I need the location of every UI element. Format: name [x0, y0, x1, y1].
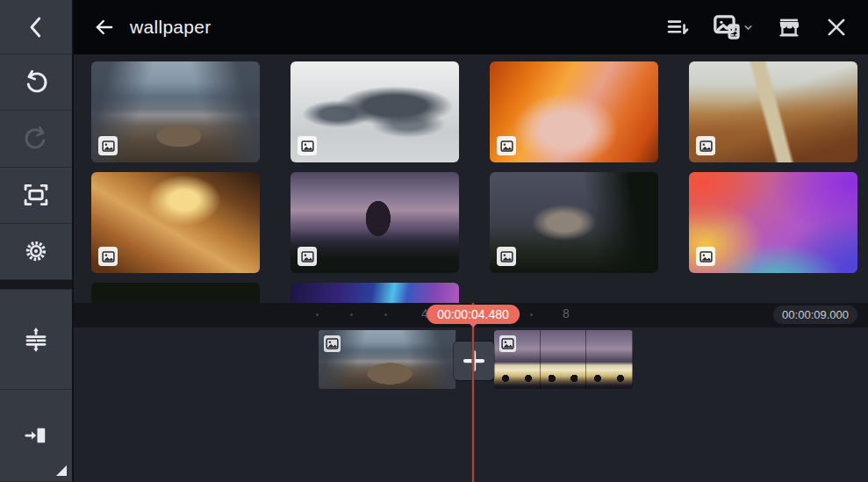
close-button[interactable] [824, 15, 849, 40]
image-icon [500, 250, 513, 263]
store-button[interactable] [777, 15, 801, 40]
image-icon [326, 337, 339, 350]
image-icon [301, 140, 314, 153]
sort-button[interactable] [665, 15, 690, 40]
ruler-tick-dot [350, 313, 353, 316]
toolbar-sidebar [0, 0, 74, 482]
settings-button[interactable] [0, 224, 72, 280]
image-icon [102, 250, 115, 263]
ruler-tick-dot [384, 313, 387, 316]
image-type-badge [298, 136, 317, 155]
fit-screen-button[interactable] [0, 168, 72, 224]
current-time-badge: 00:00:04.480 [427, 305, 520, 324]
image-icon [699, 140, 713, 153]
image-type-badge [98, 247, 118, 266]
gear-icon [23, 238, 49, 264]
ruler-tick-dot [530, 313, 533, 316]
sidebar-divider [0, 280, 72, 290]
more-options-corner-icon [56, 465, 67, 476]
thumbnail-great-wall-autumn[interactable] [689, 61, 857, 162]
chevron-left-icon [23, 14, 49, 40]
image-type-badge [696, 247, 715, 266]
image-type-badge [497, 247, 516, 266]
top-bar-actions [665, 12, 868, 42]
thumbnail-antelope-canyon[interactable] [490, 61, 658, 162]
thumbnail-dark-foliage[interactable] [91, 283, 260, 303]
playhead-line [472, 303, 475, 482]
thumbnail-antelope-canyon-2[interactable] [91, 172, 260, 273]
thumbnail-half-dome[interactable] [490, 172, 658, 273]
expand-tracks-button[interactable] [0, 290, 72, 391]
video-editor-app: wallpaper 48 00:00:04.480 00:00:09.000 [0, 0, 868, 482]
image-icon [501, 337, 514, 350]
thumbnail-misty-mountain[interactable] [291, 61, 459, 162]
undo-icon [23, 69, 49, 96]
thumbnail-color-gradient[interactable] [689, 172, 857, 273]
timeline-panel: 48 00:00:04.480 00:00:09.000 [74, 303, 868, 482]
total-duration-badge: 00:00:09.000 [773, 306, 857, 324]
expand-tracks-icon [23, 327, 49, 353]
undo-button[interactable] [0, 54, 72, 111]
thumbnail-lake-boulder[interactable] [91, 61, 260, 162]
timeline-clip-car[interactable] [494, 330, 633, 389]
arrow-left-icon [92, 15, 117, 40]
jump-to-end-icon [23, 422, 49, 449]
redo-button[interactable] [0, 111, 72, 167]
collapse-panel-button[interactable] [0, 0, 72, 54]
image-type-badge [497, 136, 516, 155]
media-type-button[interactable] [713, 12, 754, 42]
clip-frame [586, 330, 633, 389]
caret-down-icon [742, 22, 754, 33]
redo-icon [23, 126, 49, 152]
jump-to-end-button[interactable] [0, 390, 72, 482]
timeline-clip-lake-boulder[interactable] [319, 330, 456, 389]
frame-icon [23, 182, 49, 208]
top-bar: wallpaper [74, 0, 868, 54]
thumbnail-aurora-gradient[interactable] [291, 283, 459, 303]
media-thumbnail-grid [74, 54, 868, 303]
close-icon [824, 15, 849, 40]
image-type-badge [499, 335, 516, 352]
image-video-icon [713, 12, 742, 42]
back-button[interactable] [84, 7, 125, 47]
ruler-tick-label: 8 [563, 306, 570, 320]
thumbnail-great-wall-night[interactable] [291, 172, 459, 273]
image-type-badge [98, 136, 118, 155]
clip-frame [541, 330, 587, 389]
ruler-tick-dot [316, 313, 319, 316]
store-icon [777, 15, 801, 40]
image-icon [500, 140, 513, 153]
image-icon [102, 140, 115, 153]
image-icon [301, 250, 314, 263]
image-type-badge [324, 335, 341, 352]
sort-icon [665, 15, 690, 40]
image-type-badge [298, 247, 317, 266]
page-title: wallpaper [130, 17, 212, 38]
image-type-badge [696, 136, 715, 155]
image-icon [699, 250, 713, 263]
